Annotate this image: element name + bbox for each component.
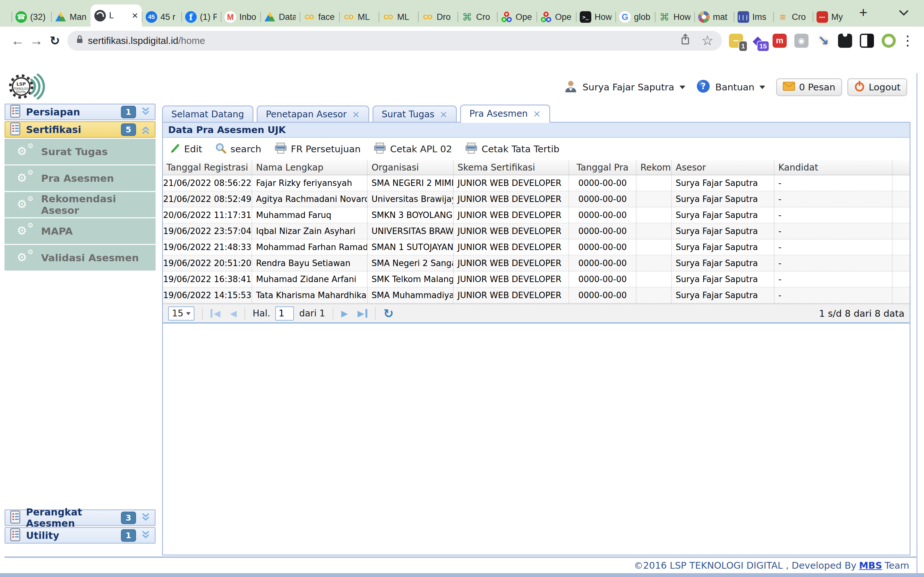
browser-tab[interactable]: Man [51,7,90,27]
browser-tab[interactable]: How [576,7,615,27]
column-header[interactable]: Organisasi [368,160,454,175]
column-header[interactable]: Tanggal Pra [569,160,636,175]
sidebar-submenu-item[interactable]: Validasi Asesmen [5,245,156,271]
chevron-double-up-icon[interactable] [141,124,151,135]
table-row[interactable]: 21/06/2022 08:52:49 Agitya Rachmadani No… [163,191,909,207]
tab-search-chevron-icon[interactable] [898,9,909,18]
page-number-input[interactable] [275,306,294,321]
browser-menu-icon[interactable]: ⋮ [901,33,914,48]
column-header[interactable]: Tanggal Registrasi [163,160,252,175]
new-tab-button[interactable]: + [859,5,867,21]
share-icon[interactable] [680,33,690,48]
ext-mendeley-icon[interactable] [772,34,787,48]
browser-tab[interactable]: mat [694,7,734,27]
browser-toolbar: ← → ↻ sertifikasi.lspdigital.id /home ☆ … [0,27,924,55]
browser-tab[interactable]: face [300,7,339,27]
tab-close-icon[interactable]: × [352,109,360,120]
user-menu-caret-icon[interactable] [680,85,685,92]
document-icon [9,105,21,119]
help-label[interactable]: Bantuan [716,82,754,93]
ext-puzzle-icon[interactable] [838,34,852,48]
page-size-select[interactable]: 15 [168,306,194,321]
last-page-icon[interactable] [357,309,367,318]
browser-tab[interactable]: Cro [457,7,497,27]
chevron-double-down-icon[interactable] [141,106,151,118]
browser-tab[interactable]: ML [379,7,418,27]
browser-tab[interactable]: 45 r [142,7,181,27]
chevron-double-down-icon[interactable] [141,530,151,541]
browser-tab[interactable]: Cro [773,7,813,27]
column-header[interactable]: Nama Lengkap [252,160,368,175]
table-row[interactable]: 19/06/2022 20:51:20 Rendra Bayu Setiawan… [163,255,909,271]
cell-asesor: Surya Fajar Saputra [672,239,774,255]
user-name[interactable]: Surya Fajar Saputra [583,82,674,93]
edit-button[interactable]: Edit [170,143,210,156]
ext-purple-icon[interactable]: 15 [751,34,765,48]
content-tab[interactable]: Surat Tugas × [373,105,457,122]
column-header[interactable]: Asesor [672,160,774,175]
content-tab[interactable]: Selamat Datang [162,105,254,122]
browser-tab[interactable]: Inbo [221,7,260,27]
sidebar-submenu-item[interactable]: MAPA [5,218,156,245]
first-page-icon[interactable] [210,309,220,318]
cell-skema-sertifikasi: JUNIOR WEB DEVELOPER [454,207,569,223]
ext-camera-icon[interactable] [795,34,809,48]
browser-tab[interactable]: How [655,7,694,27]
browser-tab[interactable]: (32) [11,7,51,27]
bookmark-star-icon[interactable]: ☆ [701,33,714,48]
fr-persetujuan-button[interactable]: FR Persetujuan [274,142,369,156]
sidebar-submenu-item[interactable]: Surat Tugas [5,139,156,165]
ext-reader-icon[interactable] [860,34,874,48]
tab-close-icon[interactable]: × [533,108,541,119]
table-row[interactable]: 19/06/2022 14:15:53 Tata Kharisma Mahard… [163,287,909,303]
browser-tab[interactable]: (1) F [181,7,221,27]
reload-icon[interactable]: ↻ [45,34,64,48]
help-menu-caret-icon[interactable] [759,85,765,92]
cetak-apl02-button[interactable]: Cetak APL 02 [373,142,460,156]
browser-tab[interactable]: ML [339,7,379,27]
sidebar-submenu-item[interactable]: Pra Asesmen [5,165,156,192]
browser-tab[interactable]: Data [260,7,300,27]
browser-tab[interactable]: My [813,7,852,27]
sidebar-section-perangkat-asesmen[interactable]: Perangkat Asesmen 3 [5,509,156,526]
sidebar-section-persiapan[interactable]: Persiapan 1 [5,103,156,120]
table-row[interactable]: 19/06/2022 16:38:41 Muhamad Zidane Arfan… [163,271,909,287]
content-tab[interactable]: Pra Asesmen × [460,105,550,123]
table-row[interactable]: 19/06/2022 21:48:33 Mohammad Farhan Rama… [163,239,909,255]
column-header[interactable]: Skema Sertifikasi [454,160,569,175]
url-bar[interactable]: sertifikasi.lspdigital.id /home ☆ [67,31,722,51]
forward-icon[interactable]: → [27,33,45,48]
sidebar-submenu-item[interactable]: Rekomendasi Asesor [5,192,156,219]
tab-close-icon[interactable]: × [132,10,138,21]
table-row[interactable]: 19/06/2022 23:57:04 Iqbal Nizar Zain Asy… [163,223,909,239]
tab-close-icon[interactable]: × [439,109,447,120]
ext-yellow-icon[interactable]: 1 [729,34,743,48]
browser-tab[interactable]: L × [90,5,142,27]
cell-tanggal-pra: 0000-00-00 [569,287,636,303]
table-row[interactable]: 20/06/2022 11:17:31 Muhammad Faruq SMKN … [163,207,909,223]
logout-button[interactable]: Logout [847,78,907,96]
back-icon[interactable]: ← [8,33,27,48]
table-row[interactable]: 21/06/2022 08:56:22 Fajar Rizky feriyans… [163,175,909,191]
browser-tab[interactable]: glob [615,7,655,27]
search-button[interactable]: search [215,142,270,156]
browser-tab[interactable]: Ims [734,7,773,27]
ext-arrow-icon[interactable] [816,34,830,48]
ext-loom-icon[interactable] [882,34,896,48]
sidebar-section-utility[interactable]: Utility 1 [5,527,156,544]
cetak-tata-tertib-button[interactable]: Cetak Tata Tertib [465,142,568,156]
browser-tab[interactable]: Dro [418,7,457,27]
column-header[interactable]: Rekomen [636,160,672,175]
content-tab[interactable]: Penetapan Asesor × [257,105,369,122]
refresh-icon[interactable]: ↻ [383,306,394,321]
messages-button[interactable]: 0 Pesan [776,78,842,96]
browser-tab[interactable]: Ope [497,7,536,27]
browser-tab[interactable]: Ope [536,7,576,27]
mbs-link[interactable]: MBS [859,560,882,571]
app-page: LSP TEKNOLOGI DIGITAL Surya Fajar Saputr… [0,55,924,577]
sidebar-section-sertifikasi[interactable]: Sertifikasi 5 [5,121,156,138]
chevron-double-down-icon[interactable] [141,512,151,524]
next-page-icon[interactable] [341,309,348,318]
column-header[interactable]: Kandidat [774,160,893,175]
prev-page-icon[interactable] [230,309,237,318]
